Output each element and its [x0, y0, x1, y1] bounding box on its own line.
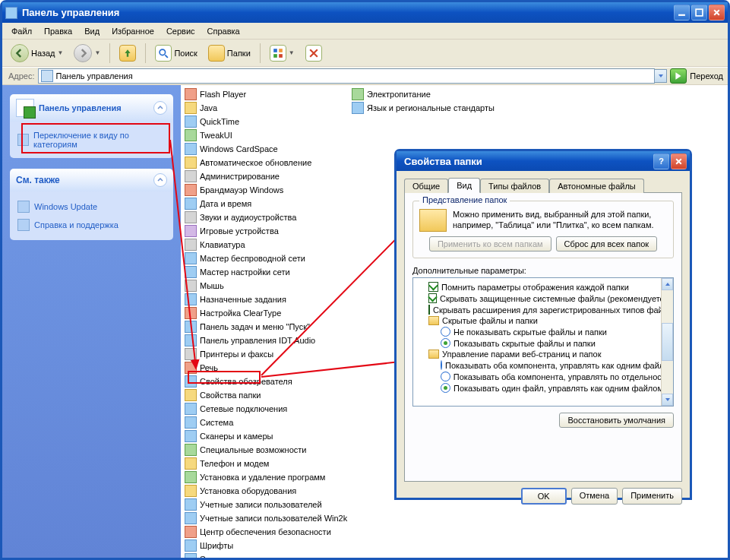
minimize-button[interactable]: [674, 5, 690, 21]
cp-item[interactable]: Свойства папки: [183, 388, 350, 402]
menu-edit[interactable]: Правка: [40, 25, 77, 37]
tasks-panel-seealso: См. также Windows Update Справка и подде…: [10, 169, 173, 240]
cp-item[interactable]: Панель задач и меню "Пуск": [183, 320, 350, 334]
close-button[interactable]: [709, 5, 725, 21]
cp-item[interactable]: Панель управления IDT Audio: [183, 334, 350, 347]
cp-item[interactable]: Сканеры и камеры: [183, 429, 350, 443]
views-button[interactable]: ▼: [266, 43, 299, 64]
cp-item[interactable]: Речь: [183, 361, 350, 375]
seealso-header[interactable]: См. также: [10, 169, 173, 191]
cp-item[interactable]: Электропитание: [350, 87, 517, 101]
menu-file[interactable]: Файл: [7, 25, 36, 37]
go-button[interactable]: [670, 68, 687, 84]
adv-item[interactable]: Показывать оба компонента, управлять по …: [416, 371, 670, 382]
folders-button[interactable]: Папки: [204, 43, 254, 64]
cp-item[interactable]: Экран: [183, 552, 350, 558]
cp-item[interactable]: Назначенные задания: [183, 293, 350, 306]
dialog-close-button[interactable]: [671, 153, 687, 169]
cp-item[interactable]: Flash Player: [183, 87, 350, 101]
windows-update-link[interactable]: Windows Update: [17, 198, 166, 216]
cp-item[interactable]: Звуки и аудиоустройства: [183, 210, 350, 224]
cp-item[interactable]: Шрифты: [183, 539, 350, 552]
cp-item[interactable]: Сетевые подключения: [183, 402, 350, 416]
cp-item[interactable]: Свойства обозревателя: [183, 375, 350, 388]
cp-item[interactable]: Мышь: [183, 279, 350, 293]
radio-icon[interactable]: [441, 327, 450, 337]
cp-item[interactable]: Установка оборудования: [183, 484, 350, 498]
cp-item[interactable]: Игровые устройства: [183, 224, 350, 238]
titlebar[interactable]: Панель управления: [2, 2, 728, 23]
menu-view[interactable]: Вид: [80, 25, 104, 37]
maximize-button[interactable]: [691, 5, 707, 21]
restore-defaults-button[interactable]: Восстановить умолчания: [559, 413, 674, 428]
radio-icon[interactable]: [441, 383, 450, 393]
scroll-up-icon[interactable]: [662, 278, 673, 290]
radio-icon[interactable]: [441, 360, 442, 370]
cp-item[interactable]: Установка и удаление программ: [183, 470, 350, 484]
back-button[interactable]: Назад ▼: [7, 42, 67, 65]
adv-item[interactable]: Скрывать защищенные системные файлы (рек…: [416, 293, 670, 304]
tab-file-types[interactable]: Типы файлов: [480, 179, 549, 193]
radio-icon[interactable]: [441, 372, 450, 381]
cp-item[interactable]: Центр обеспечения безопасности: [183, 525, 350, 539]
forward-dropdown-icon[interactable]: ▼: [94, 49, 100, 56]
menu-tools[interactable]: Сервис: [162, 25, 200, 37]
cp-item[interactable]: Учетные записи пользователей Win2k: [183, 511, 350, 525]
ok-button[interactable]: OK: [521, 488, 567, 505]
address-dropdown[interactable]: [655, 69, 667, 83]
cp-item[interactable]: Дата и время: [183, 197, 350, 210]
reset-all-button[interactable]: Сброс для всех папок: [556, 236, 658, 252]
cp-item[interactable]: Язык и региональные стандарты: [350, 101, 517, 115]
tab-general[interactable]: Общие: [404, 179, 448, 193]
checkbox-icon[interactable]: [428, 282, 438, 292]
cp-item[interactable]: Java: [183, 101, 350, 115]
address-field[interactable]: Панель управления: [38, 68, 656, 84]
tasks-panel-header[interactable]: Панель управления: [10, 94, 173, 122]
radio-icon[interactable]: [441, 338, 450, 348]
cp-item[interactable]: Администрирование: [183, 169, 350, 183]
cp-item[interactable]: Windows CardSpace: [183, 142, 350, 156]
adv-item[interactable]: Показывать один файл, управлять как одни…: [416, 382, 670, 394]
cancel-button[interactable]: Отмена: [571, 488, 618, 505]
apply-button[interactable]: Применить: [622, 488, 682, 505]
cp-item[interactable]: Настройка ClearType: [183, 306, 350, 320]
back-dropdown-icon[interactable]: ▼: [58, 49, 64, 56]
cp-item[interactable]: Специальные возможности: [183, 443, 350, 457]
search-button[interactable]: Поиск: [151, 43, 201, 64]
cp-item[interactable]: Принтеры и факсы: [183, 347, 350, 361]
scrollbar[interactable]: [661, 278, 673, 406]
scroll-thumb[interactable]: [662, 323, 673, 361]
cp-item[interactable]: Брандмауэр Windows: [183, 183, 350, 197]
adv-item[interactable]: Скрывать расширения для зарегистрированн…: [416, 304, 670, 315]
tab-offline-files[interactable]: Автономные файлы: [549, 179, 644, 193]
cp-item[interactable]: Мастер настройки сети: [183, 265, 350, 279]
forward-button[interactable]: ▼: [70, 42, 104, 65]
cp-item[interactable]: TweakUI: [183, 128, 350, 142]
collapse-icon[interactable]: [153, 101, 167, 115]
collapse-icon[interactable]: [153, 173, 167, 187]
advanced-settings-list[interactable]: Помнить параметры отображения каждой пап…: [412, 277, 674, 407]
adv-item[interactable]: Показывать оба компонента, управлять как…: [416, 359, 670, 371]
cp-item[interactable]: Мастер беспроводной сети: [183, 252, 350, 265]
cp-item[interactable]: QuickTime: [183, 115, 350, 128]
menu-help[interactable]: Справка: [203, 25, 245, 37]
checkbox-icon[interactable]: [428, 305, 430, 315]
tab-view[interactable]: Вид: [448, 178, 480, 193]
adv-item-selected[interactable]: Показывать скрытые файлы и папки: [416, 337, 670, 349]
up-button[interactable]: [115, 43, 140, 64]
switch-view-link[interactable]: Переключение к виду по категориям: [17, 128, 166, 152]
cp-item[interactable]: Клавиатура: [183, 238, 350, 252]
menu-favorites[interactable]: Избранное: [107, 25, 159, 37]
checkbox-icon[interactable]: [428, 293, 437, 303]
scroll-down-icon[interactable]: [662, 394, 673, 406]
cp-item[interactable]: Автоматическое обновление: [183, 156, 350, 169]
adv-item[interactable]: Не показывать скрытые файлы и папки: [416, 326, 670, 337]
adv-item[interactable]: Помнить параметры отображения каждой пап…: [416, 281, 670, 293]
dialog-titlebar[interactable]: Свойства папки ?: [397, 151, 690, 171]
delete-button[interactable]: [302, 43, 326, 64]
help-support-link[interactable]: Справка и поддержка: [17, 216, 166, 234]
cp-item[interactable]: Учетные записи пользователей: [183, 498, 350, 511]
cp-item[interactable]: Система: [183, 416, 350, 429]
help-button[interactable]: ?: [653, 153, 669, 169]
cp-item[interactable]: Телефон и модем: [183, 457, 350, 470]
